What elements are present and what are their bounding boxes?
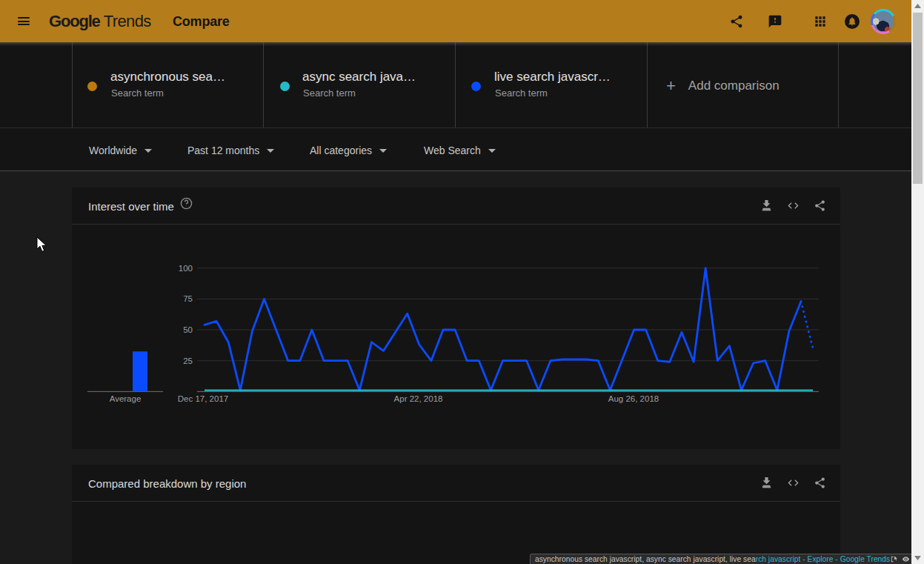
svg-text:100: 100: [179, 264, 193, 273]
svg-text:50: 50: [183, 325, 193, 334]
svg-text:Average: Average: [110, 394, 142, 403]
svg-text:75: 75: [183, 294, 193, 303]
svg-text:Apr 22, 2018: Apr 22, 2018: [394, 394, 443, 403]
svg-text:Dec 17, 2017: Dec 17, 2017: [178, 394, 228, 403]
svg-text:25: 25: [183, 356, 193, 365]
svg-text:Aug 26, 2018: Aug 26, 2018: [608, 394, 659, 403]
